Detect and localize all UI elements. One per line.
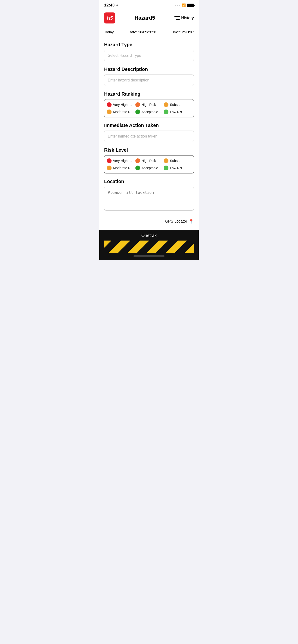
- risk-item[interactable]: High Risk: [135, 102, 163, 107]
- footer: Onetrak: [99, 230, 199, 260]
- home-indicator: [104, 253, 194, 258]
- hazard-ranking-grid: Very High RiskHigh RiskSubstanModerate R…: [104, 99, 194, 118]
- risk-dot: [135, 110, 140, 114]
- risk-item[interactable]: Very High Risk: [107, 102, 134, 107]
- form-content: Hazard Type Hazard Description Hazard Ra…: [99, 37, 199, 230]
- risk-dot: [107, 158, 112, 163]
- hazard-desc-label: Hazard Description: [104, 66, 194, 72]
- risk-level-section: Risk Level Very High RiskHigh RiskSubsta…: [104, 147, 194, 174]
- footer-brand: Onetrak: [104, 233, 194, 238]
- risk-item[interactable]: Acceptable Risk: [135, 166, 163, 170]
- immediate-action-label: Immediate Action Taken: [104, 123, 194, 128]
- app-header: H5 Hazard5 History: [99, 10, 199, 27]
- history-button[interactable]: History: [175, 16, 194, 20]
- date-value: Date: 10/09/2020: [129, 30, 156, 34]
- risk-label: Moderate Risk: [113, 166, 134, 170]
- date-row: Today Date: 10/09/2020 Time:12:43:07: [99, 27, 199, 37]
- risk-label: High Risk: [141, 159, 156, 163]
- hazard-desc-input[interactable]: [104, 74, 194, 86]
- risk-label: Acceptable Risk: [141, 166, 163, 170]
- gps-locator-label: GPS Locator: [165, 219, 187, 224]
- immediate-action-input[interactable]: [104, 130, 194, 142]
- risk-dot: [107, 110, 112, 114]
- risk-dot: [135, 102, 140, 107]
- risk-label: Substan: [170, 103, 182, 106]
- hazard-ranking-label: Hazard Ranking: [104, 91, 194, 97]
- status-time: 12:43: [104, 3, 114, 8]
- battery-icon: [187, 4, 194, 7]
- hazard-stripe: [104, 240, 194, 253]
- risk-item[interactable]: High Risk: [135, 158, 163, 163]
- risk-item[interactable]: Substan: [164, 158, 191, 163]
- status-icons: 📶: [175, 3, 194, 7]
- gps-row[interactable]: GPS Locator 📍: [104, 217, 194, 225]
- risk-dot: [107, 102, 112, 107]
- hazard-type-input[interactable]: [104, 50, 194, 61]
- hazard-ranking-section: Hazard Ranking Very High RiskHigh RiskSu…: [104, 91, 194, 118]
- risk-item[interactable]: Acceptable Risk: [135, 110, 163, 114]
- risk-item[interactable]: Very High Risk: [107, 158, 134, 163]
- home-bar: [133, 256, 165, 256]
- history-label: History: [181, 16, 194, 20]
- today-label: Today: [104, 30, 114, 34]
- risk-label: Moderate Risk: [113, 110, 134, 114]
- app-logo: H5: [104, 12, 115, 24]
- hazard-desc-section: Hazard Description: [104, 66, 194, 86]
- location-label: Location: [104, 179, 194, 184]
- risk-label: Very High Risk: [113, 159, 134, 163]
- risk-dot: [107, 166, 112, 170]
- hazard-type-label: Hazard Type: [104, 42, 194, 48]
- risk-label: Low Ris: [170, 110, 182, 114]
- risk-item[interactable]: Moderate Risk: [107, 110, 134, 114]
- risk-label: Acceptable Risk: [141, 110, 163, 114]
- risk-item[interactable]: Substan: [164, 102, 191, 107]
- risk-level-label: Risk Level: [104, 147, 194, 153]
- hazard-type-section: Hazard Type: [104, 42, 194, 61]
- location-arrow-icon: ↗: [115, 4, 118, 7]
- wifi-icon: 📶: [182, 3, 186, 7]
- risk-item[interactable]: Low Ris: [164, 166, 191, 170]
- risk-level-grid: Very High RiskHigh RiskSubstanModerate R…: [104, 155, 194, 174]
- risk-item[interactable]: Low Ris: [164, 110, 191, 114]
- risk-dot: [164, 102, 169, 107]
- risk-label: Substan: [170, 159, 182, 163]
- risk-label: High Risk: [141, 103, 156, 106]
- location-input[interactable]: [104, 187, 194, 210]
- risk-dot: [164, 110, 169, 114]
- location-section: Location: [104, 179, 194, 212]
- risk-dot: [164, 166, 169, 170]
- immediate-action-section: Immediate Action Taken: [104, 123, 194, 142]
- gps-pin-icon: 📍: [189, 219, 194, 224]
- signal-dots: [175, 5, 180, 6]
- risk-dot: [135, 166, 140, 170]
- risk-dot: [164, 158, 169, 163]
- risk-dot: [135, 158, 140, 163]
- status-bar: 12:43 ↗ 📶: [99, 0, 199, 10]
- risk-item[interactable]: Moderate Risk: [107, 166, 134, 170]
- risk-label: Very High Risk: [113, 103, 134, 106]
- time-value: Time:12:43:07: [171, 30, 194, 34]
- risk-label: Low Ris: [170, 166, 182, 170]
- header-title: Hazard5: [135, 15, 155, 21]
